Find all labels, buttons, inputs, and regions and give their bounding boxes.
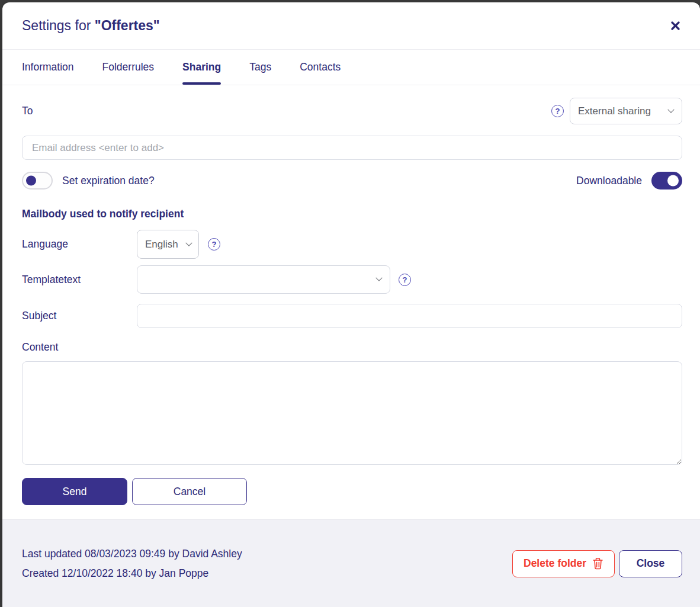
downloadable-label: Downloadable: [576, 175, 642, 187]
delete-folder-label: Delete folder: [524, 557, 586, 570]
settings-dialog: Settings for "Offertes" Information Fold…: [2, 2, 700, 607]
tab-information[interactable]: Information: [22, 50, 74, 85]
templatetext-help-icon[interactable]: ?: [399, 274, 411, 286]
dialog-title-prefix: Settings for: [22, 18, 91, 33]
toggle-knob: [667, 175, 679, 187]
downloadable-toggle-group: Downloadable: [576, 172, 682, 190]
send-button[interactable]: Send: [22, 478, 127, 505]
content-label: Content: [22, 341, 682, 354]
footer-buttons: Delete folder Close: [512, 550, 682, 577]
to-label: To: [22, 105, 33, 117]
dialog-title: Settings for "Offertes": [22, 18, 160, 34]
templatetext-label: Templatetext: [22, 274, 137, 286]
language-select[interactable]: English: [137, 230, 199, 259]
email-address-input[interactable]: [22, 136, 682, 160]
share-type-select[interactable]: External sharing: [570, 98, 682, 124]
share-type-help-icon[interactable]: ?: [551, 105, 564, 117]
delete-folder-button[interactable]: Delete folder: [512, 550, 615, 577]
content-textarea[interactable]: [22, 361, 682, 465]
chevron-down-icon: [375, 275, 382, 281]
cancel-button[interactable]: Cancel: [132, 478, 247, 505]
language-label: Language: [22, 238, 137, 250]
tab-folderrules[interactable]: Folderrules: [102, 50, 155, 85]
folder-meta: Last updated 08/03/2023 09:49 by David A…: [22, 544, 242, 583]
chevron-down-icon: [185, 239, 192, 246]
last-updated-text: Last updated 08/03/2023 09:49 by David A…: [22, 544, 242, 563]
set-expiration-toggle[interactable]: [22, 172, 53, 190]
trash-icon: [592, 557, 603, 570]
dialog-title-folder-name: "Offertes": [95, 18, 160, 33]
tab-tags[interactable]: Tags: [249, 50, 271, 85]
downloadable-toggle[interactable]: [651, 172, 682, 190]
toggles-row: Set expiration date? Downloadable: [22, 172, 682, 190]
mailbody-heading: Mailbody used to notify recipient: [22, 208, 682, 220]
dialog-header: Settings for "Offertes": [2, 2, 700, 50]
tab-sharing[interactable]: Sharing: [182, 50, 221, 85]
subject-input[interactable]: [137, 304, 682, 328]
share-type-group: ? External sharing: [551, 98, 682, 124]
close-icon[interactable]: [667, 18, 683, 34]
created-text: Created 12/10/2022 18:40 by Jan Poppe: [22, 564, 242, 583]
share-type-select-value: External sharing: [578, 105, 651, 117]
close-x-glyph: [671, 21, 680, 30]
form-actions: Send Cancel: [22, 478, 682, 505]
expiration-toggle-group: Set expiration date?: [22, 172, 155, 190]
templatetext-row: Templatetext ?: [22, 265, 682, 294]
to-row: To ? External sharing: [22, 98, 682, 124]
language-help-icon[interactable]: ?: [208, 238, 220, 250]
language-row: Language English ?: [22, 230, 682, 259]
chevron-down-icon: [667, 106, 674, 113]
set-expiration-label: Set expiration date?: [62, 175, 155, 187]
tab-bar: Information Folderrules Sharing Tags Con…: [2, 50, 700, 85]
close-button[interactable]: Close: [619, 550, 682, 577]
templatetext-select[interactable]: [137, 265, 390, 294]
sharing-panel: To ? External sharing Set expiration dat…: [2, 98, 700, 505]
tab-contacts[interactable]: Contacts: [300, 50, 341, 85]
dialog-footer: Last updated 08/03/2023 09:49 by David A…: [2, 519, 700, 607]
subject-row: Subject: [22, 304, 682, 328]
language-select-value: English: [145, 239, 178, 250]
toggle-knob: [26, 176, 36, 186]
subject-label: Subject: [22, 310, 137, 322]
